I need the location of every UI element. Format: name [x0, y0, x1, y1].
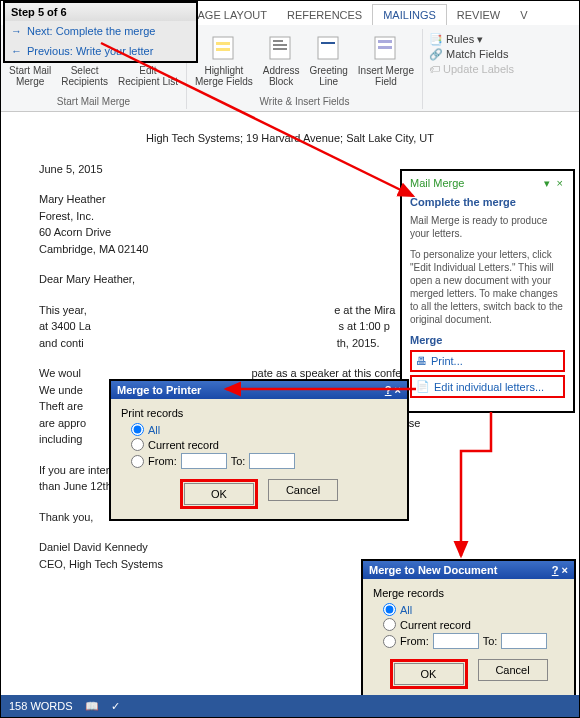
status-bar: 158 WORDS 📖 ✓ [1, 695, 579, 717]
merge-to-printer-dialog: Merge to Printer? × Print records All Cu… [109, 379, 409, 521]
wizard-step-box: Step 5 of 6 →Next: Complete the merge ←P… [3, 1, 198, 63]
pane-subtitle: Complete the merge [410, 196, 565, 208]
ribbon-group-write: HighlightMerge Fields AddressBlock Greet… [187, 29, 423, 109]
highlight-icon [208, 31, 240, 63]
dialog2-title: Merge to New Document? × [363, 561, 574, 579]
cancel-button-2[interactable]: Cancel [478, 659, 548, 681]
step-title: Step 5 of 6 [5, 3, 196, 21]
svg-rect-11 [273, 44, 287, 46]
to-input-2[interactable] [501, 633, 547, 649]
address-icon [265, 31, 297, 63]
mail-merge-pane: Mail Merge▾ × Complete the merge Mail Me… [400, 169, 575, 413]
pane-text-2: To personalize your letters, click "Edit… [410, 248, 565, 326]
match-fields-button[interactable]: 🔗 Match Fields [429, 48, 514, 61]
document-icon: 📄 [416, 380, 430, 393]
ok-button-2[interactable]: OK [394, 663, 464, 685]
to-input[interactable] [249, 453, 295, 469]
radio-all-2[interactable]: All [383, 603, 564, 616]
proofing-icon[interactable]: 📖 [85, 700, 99, 713]
svg-rect-8 [216, 48, 230, 51]
update-labels-button[interactable]: 🏷 Update Labels [429, 63, 514, 75]
next-step-label: Next: Complete the merge [27, 25, 155, 37]
prev-step-label: Previous: Write your letter [27, 45, 153, 57]
svg-rect-14 [321, 42, 335, 44]
tab-mailings[interactable]: MAILINGS [372, 4, 447, 25]
merge-to-new-doc-dialog: Merge to New Document? × Merge records A… [361, 559, 576, 701]
insert-field-icon [370, 31, 402, 63]
from-input-2[interactable] [433, 633, 479, 649]
word-count[interactable]: 158 WORDS [9, 700, 73, 712]
radio-current[interactable]: Current record [131, 438, 397, 451]
greeting-line-button[interactable]: GreetingLine [305, 29, 351, 89]
merge-records-label: Merge records [373, 587, 564, 599]
dialog1-close-icon[interactable]: ? × [385, 384, 401, 396]
radio-current-2[interactable]: Current record [383, 618, 564, 631]
svg-rect-13 [318, 37, 338, 59]
greeting-icon [313, 31, 345, 63]
group-name-write: Write & Insert Fields [260, 94, 350, 109]
from-input[interactable] [181, 453, 227, 469]
pane-close-icon[interactable]: ▾ × [544, 177, 565, 190]
insert-merge-field-button[interactable]: Insert MergeField [354, 29, 418, 89]
spelling-icon[interactable]: ✓ [111, 700, 120, 713]
radio-all[interactable]: All [131, 423, 397, 436]
svg-rect-7 [216, 42, 230, 45]
address-block-button[interactable]: AddressBlock [259, 29, 304, 89]
ok-button[interactable]: OK [184, 483, 254, 505]
svg-rect-10 [273, 40, 283, 42]
next-step-link[interactable]: →Next: Complete the merge [5, 21, 196, 41]
prev-step-link[interactable]: ←Previous: Write your letter [5, 41, 196, 61]
radio-from[interactable]: From:To: [131, 453, 397, 469]
tab-view[interactable]: V [510, 5, 537, 25]
svg-rect-16 [378, 40, 392, 43]
pane-title: Mail Merge▾ × [410, 177, 565, 190]
ribbon-side-options: 📑 Rules ▾ 🔗 Match Fields 🏷 Update Labels [423, 29, 520, 109]
tab-references[interactable]: REFERENCES [277, 5, 372, 25]
tab-review[interactable]: REVIEW [447, 5, 510, 25]
dialog2-close-icon[interactable]: ? × [552, 564, 568, 576]
svg-rect-17 [378, 46, 392, 49]
dialog1-title: Merge to Printer? × [111, 381, 407, 399]
letter-header: High Tech Systems; 19 Harvard Avenue; Sa… [39, 130, 541, 147]
group-name-start: Start Mail Merge [57, 94, 130, 109]
printer-icon: 🖶 [416, 355, 427, 367]
highlight-fields-button[interactable]: HighlightMerge Fields [191, 29, 257, 89]
pane-text-1: Mail Merge is ready to produce your lett… [410, 214, 565, 240]
radio-from-2[interactable]: From:To: [383, 633, 564, 649]
print-records-label: Print records [121, 407, 397, 419]
print-link[interactable]: 🖶Print... [410, 350, 565, 372]
cancel-button[interactable]: Cancel [268, 479, 338, 501]
merge-header: Merge [410, 334, 565, 346]
rules-button[interactable]: 📑 Rules ▾ [429, 33, 514, 46]
svg-rect-12 [273, 48, 287, 50]
edit-individual-link[interactable]: 📄Edit individual letters... [410, 375, 565, 398]
